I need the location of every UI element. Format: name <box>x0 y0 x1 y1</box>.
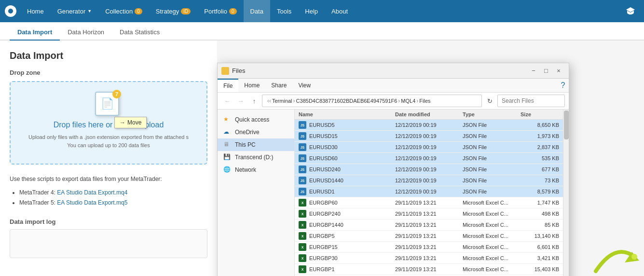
file-date-cell: 29/11/2019 13:21 <box>395 222 463 228</box>
sidebar-item-network[interactable]: 🌐 Network <box>218 164 294 176</box>
file-name-cell: JS EURUSD60 <box>299 154 395 162</box>
file-list: Name Date modified Type Size JS EURUSD5 … <box>295 110 563 276</box>
sidebar-item-transcend[interactable]: 💾 Transcend (D:) <box>218 151 294 164</box>
file-type-cell: Microsoft Excel C... <box>463 255 521 261</box>
file-date-cell: 12/12/2019 00:19 <box>395 166 463 172</box>
table-row[interactable]: JS EURUSD1440 12/12/2019 00:19 JSON File… <box>295 175 563 186</box>
header-size[interactable]: Size <box>521 111 559 117</box>
tab-data-horizon[interactable]: Data Horizon <box>60 25 112 41</box>
search-input[interactable] <box>497 95 565 107</box>
nav-about[interactable]: About <box>325 0 355 22</box>
strategy-badge: ID <box>181 8 191 14</box>
path-files: Files <box>419 98 430 104</box>
forward-button[interactable]: → <box>235 95 247 107</box>
table-row[interactable]: X EURGBP5 29/11/2019 13:21 Microsoft Exc… <box>295 231 563 242</box>
ribbon-tab-home[interactable]: Home <box>238 79 265 92</box>
explorer-title: Files <box>232 67 527 74</box>
header-date[interactable]: Date modified <box>395 111 463 117</box>
nav-hat-icon[interactable] <box>622 2 639 20</box>
bottom-arrow-decoration <box>586 233 644 276</box>
table-row[interactable]: JS EURUSD240 12/12/2019 00:19 JSON File … <box>295 164 563 175</box>
scrollbar-thumb[interactable] <box>564 110 569 139</box>
scripts-section: Use these scripts to export data files f… <box>10 174 207 208</box>
table-row[interactable]: X EURGBP1440 29/11/2019 13:21 Microsoft … <box>295 220 563 231</box>
export-mq4-link[interactable]: EA Studio Data Export.mq4 <box>57 189 127 196</box>
close-button[interactable]: × <box>552 65 565 77</box>
file-type-cell: Microsoft Excel C... <box>463 222 521 228</box>
explorer-help-icon[interactable]: ? <box>557 80 569 91</box>
move-tooltip: →Move <box>114 117 147 128</box>
file-date-cell: 29/11/2019 13:21 <box>395 200 463 206</box>
drag-file-icon: 📄 7 <box>95 92 119 116</box>
explorer-folder-icon <box>221 67 229 75</box>
maximize-button[interactable]: □ <box>540 65 552 77</box>
sidebar-item-this-pc[interactable]: 🖥 This PC <box>218 138 294 151</box>
nav-collection[interactable]: Collection 0 <box>98 0 149 22</box>
log-title: Data import log <box>10 218 207 225</box>
table-row[interactable]: JS EURUSD30 12/12/2019 00:19 JSON File 2… <box>295 142 563 153</box>
file-list-header: Name Date modified Type Size <box>295 110 563 120</box>
file-date-cell: 29/11/2019 13:21 <box>395 266 463 272</box>
file-size-cell: 677 KB <box>521 166 559 172</box>
address-bar: ← → ↑ ‹‹ Terminal › C385D4C838771602BDAE… <box>218 93 569 110</box>
file-name-cell: X EURGBP1 <box>299 265 395 273</box>
table-row[interactable]: JS EURUSD5 12/12/2019 00:19 JSON File 8,… <box>295 120 563 131</box>
table-row[interactable]: X EURGBP30 29/11/2019 13:21 Microsoft Ex… <box>295 253 563 264</box>
file-type-cell: JSON File <box>463 178 521 183</box>
export-mq5-link[interactable]: EA Studio Data Export.mq5 <box>57 199 127 206</box>
explorer-title-bar: Files − □ × <box>218 63 569 79</box>
table-row[interactable]: JS EURUSD60 12/12/2019 00:19 JSON File 5… <box>295 153 563 164</box>
nav-generator[interactable]: Generator ▼ <box>51 0 98 22</box>
file-type-cell: JSON File <box>463 155 521 161</box>
file-type-icon: JS <box>299 154 306 162</box>
up-button[interactable]: ↑ <box>248 95 260 107</box>
table-row[interactable]: X EURGBP60 29/11/2019 13:21 Microsoft Ex… <box>295 197 563 208</box>
nav-data[interactable]: Data <box>244 0 270 22</box>
file-name-cell: X EURGBP60 <box>299 199 395 207</box>
file-drop-zone[interactable]: 📄 7 Drop files here or click to upload U… <box>10 81 207 165</box>
refresh-button[interactable]: ↻ <box>484 95 495 107</box>
tab-data-import[interactable]: Data Import <box>10 25 60 41</box>
nav-tools[interactable]: Tools <box>270 0 298 22</box>
sidebar-item-quick-access[interactable]: ★ Quick access <box>218 113 294 126</box>
address-path[interactable]: ‹‹ Terminal › C385D4C838771602BDAEB6E494… <box>262 95 482 107</box>
table-row[interactable]: X EURGBP240 29/11/2019 13:21 Microsoft E… <box>295 208 563 220</box>
file-size-cell: 6,601 KB <box>521 244 559 250</box>
nav-strategy[interactable]: Strategy ID <box>149 0 197 22</box>
file-name-cell: X EURGBP1440 <box>299 221 395 229</box>
tab-data-statistics[interactable]: Data Statistics <box>112 25 167 41</box>
file-name-cell: JS EURUSD1440 <box>299 177 395 184</box>
table-row[interactable]: JS EURUSD15 12/12/2019 00:19 JSON File 1… <box>295 131 563 142</box>
file-type-cell: JSON File <box>463 166 521 172</box>
file-type-icon: X <box>299 265 306 273</box>
file-type-cell: Microsoft Excel C... <box>463 211 521 217</box>
nav-help[interactable]: Help <box>298 0 325 22</box>
path-hash: C385D4C838771602BDAEB6E4947591F6 <box>296 98 397 104</box>
file-type-icon: X <box>299 210 306 218</box>
header-type[interactable]: Type <box>463 111 521 117</box>
file-type-icon: JS <box>299 143 306 151</box>
sidebar-item-onedrive[interactable]: ☁ OneDrive <box>218 126 294 138</box>
portfolio-badge: 0 <box>229 8 237 14</box>
nav-home[interactable]: Home <box>20 0 51 22</box>
explorer-scrollbar[interactable] <box>563 110 569 276</box>
header-name[interactable]: Name <box>299 111 395 117</box>
table-row[interactable]: X EURGBP15 29/11/2019 13:21 Microsoft Ex… <box>295 242 563 253</box>
explorer-ribbon: File Home Share View ? <box>218 79 569 93</box>
table-row[interactable]: X EURGBP1 29/11/2019 13:21 Microsoft Exc… <box>295 264 563 275</box>
file-date-cell: 12/12/2019 00:19 <box>395 155 463 161</box>
ribbon-tab-file[interactable]: File <box>218 79 238 92</box>
minimize-button[interactable]: − <box>527 65 540 77</box>
file-date-cell: 29/11/2019 13:21 <box>395 211 463 217</box>
file-type-cell: JSON File <box>463 122 521 128</box>
file-type-cell: JSON File <box>463 144 521 150</box>
file-name-cell: X EURGBP240 <box>299 210 395 218</box>
file-type-icon: X <box>299 221 306 229</box>
nav-portfolio[interactable]: Portfolio 0 <box>197 0 243 22</box>
file-name-cell: JS EURUSD240 <box>299 166 395 173</box>
ribbon-tab-view[interactable]: View <box>292 79 316 92</box>
table-row[interactable]: JS EURUSD1 12/12/2019 00:19 JSON File 8,… <box>295 186 563 197</box>
file-type-cell: Microsoft Excel C... <box>463 233 521 239</box>
ribbon-tab-share[interactable]: Share <box>265 79 292 92</box>
back-button[interactable]: ← <box>221 95 233 107</box>
